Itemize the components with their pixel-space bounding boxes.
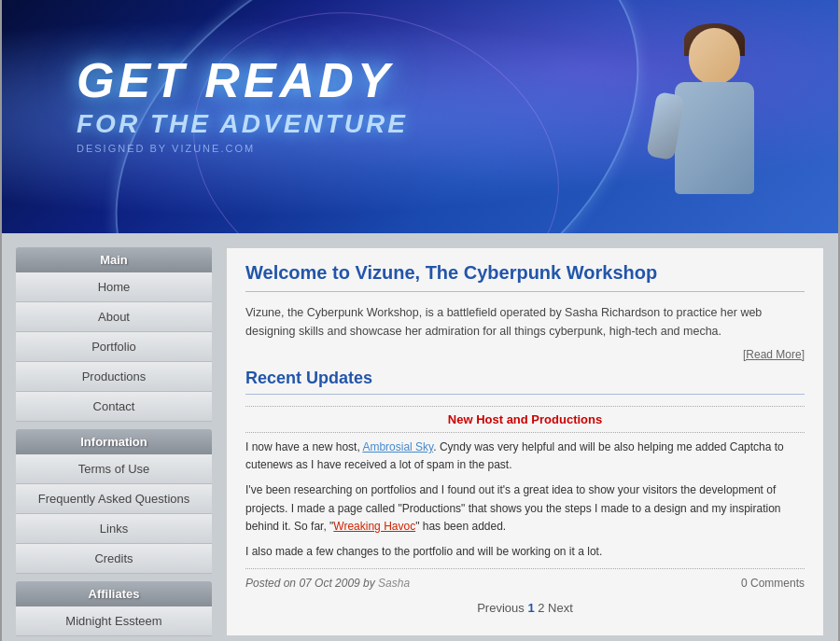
update-para-3: I also made a few changes to the portfol…: [245, 543, 805, 561]
update-para-2: I've been researching on portfolios and …: [245, 481, 805, 536]
sidebar-item-productions[interactable]: Productions: [16, 362, 212, 392]
wreaking-link[interactable]: Wreaking Havoc: [333, 520, 415, 533]
read-more[interactable]: [Read More]: [245, 348, 805, 361]
update-posted: Posted on 07 Oct 2009 by Sasha: [245, 577, 410, 590]
welcome-title: Welcome to Vizune, The Cyberpunk Worksho…: [245, 262, 805, 292]
welcome-text: Vizune, the Cyberpunk Workshop, is a bat…: [245, 303, 805, 341]
pagination-next: Next: [548, 601, 573, 615]
char-head: [689, 28, 740, 84]
read-more-link[interactable]: [Read More]: [743, 348, 805, 361]
dotted-line-bottom: [245, 568, 805, 569]
header-line2: FOR THE ADVENTURE: [77, 109, 408, 139]
sidebar-item-contact[interactable]: Contact: [16, 392, 212, 422]
main-layout: Main Home About Portfolio Productions Co…: [2, 233, 838, 641]
pagination-page2: 2: [538, 601, 544, 615]
sidebar-item-about[interactable]: About: [16, 302, 212, 332]
sidebar-item-midnight-essteem[interactable]: Midnight Essteem: [16, 606, 212, 636]
update-para-1: I now have a new host, Ambrosial Sky. Cy…: [245, 439, 805, 474]
sidebar-item-links[interactable]: Links: [16, 514, 212, 544]
sidebar: Main Home About Portfolio Productions Co…: [16, 247, 212, 636]
header-title: GET READY FOR THE ADVENTURE DESIGNED BY …: [77, 56, 408, 154]
update-comments: 0 Comments: [741, 577, 805, 590]
update-box: New Host and Productions I now have a ne…: [245, 406, 805, 590]
ambrosial-link[interactable]: Ambrosial Sky: [362, 440, 433, 453]
update-footer: Posted on 07 Oct 2009 by Sasha 0 Comment…: [245, 577, 805, 590]
update-posted-label: Posted on 07 Oct 2009 by: [245, 577, 375, 590]
updates-title: Recent Updates: [245, 369, 805, 395]
sidebar-section-affiliates: Affiliates: [16, 581, 212, 606]
header-character: [623, 19, 810, 233]
pagination-page1[interactable]: 1: [527, 601, 534, 615]
sidebar-item-home[interactable]: Home: [16, 272, 212, 302]
sidebar-item-portfolio[interactable]: Portfolio: [16, 332, 212, 362]
dotted-line-top: [245, 406, 805, 407]
pagination-previous: Previous: [477, 601, 525, 615]
sidebar-item-terms[interactable]: Terms of Use: [16, 454, 212, 484]
sidebar-section-information: Information: [16, 429, 212, 454]
content-area: Welcome to Vizune, The Cyberpunk Worksho…: [226, 247, 824, 636]
header-designed-by: DESIGNED BY VIZUNE.COM: [77, 143, 408, 154]
sidebar-item-faq[interactable]: Frequently Asked Questions: [16, 484, 212, 514]
update-author: Sasha: [378, 577, 410, 590]
update-title: New Host and Productions: [245, 412, 805, 426]
header-line1: GET READY: [77, 56, 408, 105]
pagination: Previous 1 2 Next: [245, 601, 805, 615]
header: GET READY FOR THE ADVENTURE DESIGNED BY …: [2, 0, 838, 233]
sidebar-item-credits[interactable]: Credits: [16, 544, 212, 574]
sidebar-section-main: Main: [16, 247, 212, 272]
char-body-suit: [675, 82, 754, 194]
dotted-line-mid: [245, 432, 805, 433]
